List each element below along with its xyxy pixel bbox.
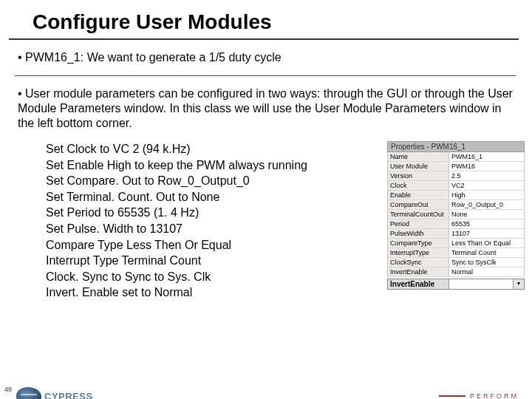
prop-label: Enable [388, 191, 449, 200]
properties-title: Properties - PWM16_1 [387, 141, 525, 152]
perform-bar [439, 395, 466, 397]
prop-value[interactable]: Normal [449, 267, 524, 276]
properties-row[interactable]: NamePWM16_1 [387, 152, 525, 162]
properties-row[interactable]: TerminalCountOutNone [387, 210, 525, 219]
prop-label: Name [388, 152, 449, 161]
bullet-pwm: • PWM16_1: We want to generate a 1/5 dut… [18, 50, 516, 65]
instr-line: Set Period to 65535 (1. 4 Hz) [46, 205, 383, 221]
chevron-down-icon[interactable]: ▾ [513, 279, 524, 289]
properties-row[interactable]: InterruptTypeTerminal Count [387, 248, 525, 258]
instr-line: Set Compare. Out to Row_0_Output_0 [46, 173, 383, 189]
prop-value[interactable]: Sync to SysClk [449, 258, 524, 267]
prop-value[interactable]: PWM16_1 [449, 152, 524, 161]
prop-value[interactable]: 13107 [449, 229, 524, 238]
cypress-logo: CYPRESS [16, 387, 93, 399]
properties-row[interactable]: Period65535 [387, 219, 525, 229]
instr-line: Invert. Enable set to Normal [46, 284, 383, 301]
prop-label: Clock [388, 181, 449, 190]
instr-line: Set Enable High to keep the PWM always r… [46, 157, 383, 174]
title-divider [9, 38, 519, 40]
prop-value[interactable]: High [449, 191, 524, 200]
prop-value[interactable]: VC2 [449, 181, 524, 190]
instr-line: Set Clock to VC 2 (94 k.Hz) [46, 141, 383, 157]
prop-label: CompareType [388, 239, 449, 248]
prop-value[interactable]: PWM16 [449, 162, 524, 171]
select-value[interactable] [449, 279, 513, 289]
logo-text: CYPRESS [44, 391, 93, 400]
instr-line: Set Terminal. Count. Out to None [46, 189, 383, 205]
properties-row[interactable]: PulseWidth13107 [387, 229, 525, 239]
properties-row[interactable]: Version2.5 [387, 171, 525, 181]
properties-panel: Properties - PWM16_1 NamePWM16_1User Mod… [387, 141, 525, 290]
prop-value[interactable]: Terminal Count [449, 248, 524, 257]
perform-mark: PERFORM [439, 392, 519, 399]
properties-row[interactable]: ClockSyncSync to SysClk [387, 258, 525, 267]
prop-value[interactable]: None [449, 210, 524, 219]
prop-value[interactable]: Row_0_Output_0 [449, 200, 524, 209]
prop-value[interactable]: Less Than Or Equal [449, 239, 524, 248]
bullet-config-ways: • User module parameters can be configur… [18, 86, 516, 131]
instr-line: Set Pulse. Width to 13107 [46, 221, 383, 237]
globe-icon [16, 387, 41, 399]
bullet-divider [15, 75, 516, 76]
prop-label: Period [388, 219, 449, 228]
prop-label: PulseWidth [388, 229, 449, 238]
properties-row[interactable]: CompareOutRow_0_Output_0 [387, 200, 525, 210]
select-label: InvertEnable [388, 279, 449, 289]
properties-row[interactable]: InvertEnableNormal [387, 267, 525, 277]
properties-row[interactable]: User ModulePWM16 [387, 162, 525, 171]
prop-label: InterruptType [388, 248, 449, 257]
properties-row[interactable]: ClockVC2 [387, 181, 525, 191]
prop-label: TerminalCountOut [388, 210, 449, 219]
prop-value[interactable]: 65535 [449, 219, 524, 228]
prop-value[interactable]: 2.5 [449, 171, 524, 180]
prop-label: InvertEnable [388, 267, 449, 276]
instr-line: Compare Type Less Then Or Equal [46, 237, 383, 253]
properties-select-row[interactable]: InvertEnable ▾ [387, 279, 525, 290]
instruction-list: Set Clock to VC 2 (94 k.Hz) Set Enable H… [46, 141, 383, 301]
prop-label: CompareOut [388, 200, 449, 209]
properties-row[interactable]: CompareTypeLess Than Or Equal [387, 239, 525, 248]
prop-label: User Module [388, 162, 449, 171]
instr-line: Interrupt Type Terminal Count [46, 253, 383, 269]
instr-line: Clock. Sync to Sync to Sys. Clk [46, 269, 383, 285]
properties-row[interactable]: EnableHigh [387, 191, 525, 200]
prop-label: Version [388, 171, 449, 180]
prop-label: ClockSync [388, 258, 449, 267]
perform-text: PERFORM [470, 392, 519, 399]
page-title: Configure User Modules [33, 10, 532, 34]
